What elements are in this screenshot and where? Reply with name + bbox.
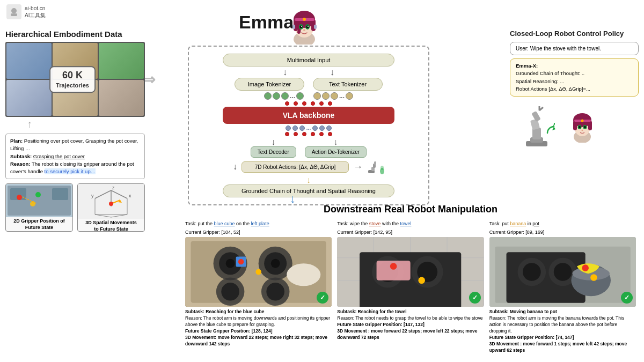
card-3-task: Task: put banana in pot	[489, 220, 636, 227]
image-tokenizer-block: Image Tokenizer	[235, 78, 304, 91]
vla-dot-1	[286, 125, 291, 131]
emma-line2: Spatial Reasoning: ...	[516, 78, 633, 85]
arrow-to-grounded: ↓	[306, 176, 311, 184]
svg-line-24	[111, 215, 127, 217]
right-section-title: Closed-Loop Robot Control Policy	[510, 29, 639, 38]
svg-rect-51	[588, 121, 592, 130]
text-box: Plan: Positioning over pot cover, Graspi…	[5, 134, 145, 179]
svg-point-56	[582, 129, 583, 130]
token-green-4	[296, 92, 304, 100]
svg-point-63	[226, 259, 235, 268]
svg-rect-36	[374, 161, 376, 165]
svg-text:x: x	[129, 193, 131, 198]
grounded-block: Grounded Chain of Thought and Spatial Re…	[223, 184, 394, 197]
svg-text:z: z	[112, 185, 115, 190]
vla-backbone-block: VLA backbone	[223, 107, 394, 124]
svg-point-13	[303, 29, 305, 31]
emma-line1: Grounded Chain of Thought: ..	[516, 70, 633, 77]
token-tan-1	[313, 92, 321, 100]
svg-point-11	[301, 26, 302, 27]
card-3-check: ✓	[621, 292, 633, 304]
red-dot-6	[328, 101, 332, 106]
card-3-highlight2: pot	[532, 221, 539, 226]
svg-text:y: y	[91, 193, 94, 198]
svg-point-88	[390, 263, 397, 270]
red-dot-4	[311, 101, 315, 106]
red-dot-3	[302, 101, 306, 106]
vla-dot-3	[299, 125, 305, 131]
svg-point-17	[303, 18, 306, 21]
svg-point-74	[255, 269, 261, 275]
svg-point-55	[584, 126, 586, 128]
svg-point-71	[287, 263, 320, 286]
green-tokens: ...	[264, 92, 304, 100]
svg-point-101	[590, 274, 597, 281]
emma-line3: Robot Actions [Δx, ΔΘ, ΔGrip]=...	[516, 85, 633, 93]
svg-point-70	[266, 283, 284, 301]
emma-character	[287, 4, 322, 45]
grounded-section: ↓ Grounded Chain of Thought and Spatial …	[196, 176, 421, 197]
img-cell-4	[6, 80, 52, 116]
arch-box: Multimodal Input ↓ ↓ Image Tokenizer Tex…	[188, 46, 429, 205]
spatial-3d-label: 3D Spatial Movements to Future State	[78, 220, 144, 232]
card-1-highlight1: blue cube	[214, 221, 235, 226]
robot-cards-row: Task: put the blue cube on the left plat…	[185, 220, 636, 353]
svg-line-25	[95, 215, 111, 217]
svg-point-100	[582, 265, 589, 272]
svg-line-18	[23, 197, 36, 203]
svg-rect-14	[292, 25, 295, 29]
robot-actions-block: 7D Robot Actions: [Δx, ΔΘ, ΔGrip]	[241, 161, 349, 173]
img-cell-6	[99, 80, 144, 116]
emma-response-bubble: Emma-X: Grounded Chain of Thought: .. Sp…	[510, 58, 639, 97]
spatial-2d-label: 2D Gripper Position of Future State	[6, 218, 72, 231]
left-section-title: Hierarchical Embodiment Data	[5, 29, 172, 39]
svg-point-10	[306, 26, 309, 28]
svg-point-68	[221, 283, 239, 301]
card-3-highlight1: banana	[510, 221, 526, 226]
token-green-1	[264, 92, 272, 100]
img-cell-3	[99, 43, 144, 79]
card-2-highlight2: towel	[400, 221, 411, 226]
green-dots: ...	[290, 92, 295, 100]
up-arrow-left: ↑	[27, 118, 172, 130]
red-dot-b3	[302, 132, 306, 136]
card-2-image: ✓	[337, 237, 484, 307]
img-cell-1	[6, 43, 52, 79]
logo-icon	[6, 4, 21, 19]
robot-card-1: Task: put the blue cube on the left plat…	[185, 220, 332, 353]
robot-actions-row: ↓ 7D Robot Actions: [Δx, ΔΘ, ΔGrip] →	[196, 159, 421, 174]
robot-arm-icon	[367, 159, 384, 174]
card-3-gripper: Current Gripper: [89, 169]	[489, 229, 636, 236]
svg-line-20	[95, 190, 111, 198]
arrow-to-text-tokenizer: ↓	[330, 68, 334, 77]
svg-point-97	[554, 263, 572, 281]
card-3-image: ✓	[489, 237, 636, 307]
emma-response-label: Emma-X:	[516, 62, 633, 70]
red-dot-b4	[311, 132, 315, 136]
card-2-gripper: Current Gripper: [142, 95]	[337, 229, 484, 236]
tan-dots: ...	[339, 92, 345, 100]
svg-point-66	[271, 259, 280, 268]
spatial-2d-box: 2D Gripper Position of Future State	[5, 183, 73, 232]
card-1-task: Task: put the blue cube on the left plat…	[185, 220, 332, 227]
robot-area	[510, 101, 639, 149]
arrow-to-text-decoder: ↓	[251, 138, 296, 146]
right-arrow-robot: →	[353, 161, 363, 173]
svg-rect-1	[11, 13, 17, 16]
svg-point-73	[238, 259, 244, 265]
svg-rect-50	[573, 121, 577, 130]
text-decoder-block: Text Decoder	[251, 146, 296, 158]
token-tan-4	[346, 92, 353, 100]
svg-point-32	[109, 202, 113, 206]
red-dot-b2	[294, 132, 298, 136]
action-detokenizer-block: Action De-Tokenizer	[305, 146, 367, 158]
svg-point-0	[11, 8, 17, 13]
robot-arm-illustration	[510, 101, 564, 149]
text-tokenizer-block: Text Tokenizer	[313, 78, 383, 91]
svg-rect-15	[314, 25, 317, 29]
user-chat-bubble: User: Wipe the stove with the towel.	[510, 42, 639, 55]
bottom-section-title: Downstream Real Robot Manipulation	[185, 204, 636, 215]
arrow-to-img-tokenizer: ↓	[283, 68, 287, 77]
red-dot-b6	[328, 132, 332, 136]
card-2-highlight1: stove	[369, 221, 381, 226]
